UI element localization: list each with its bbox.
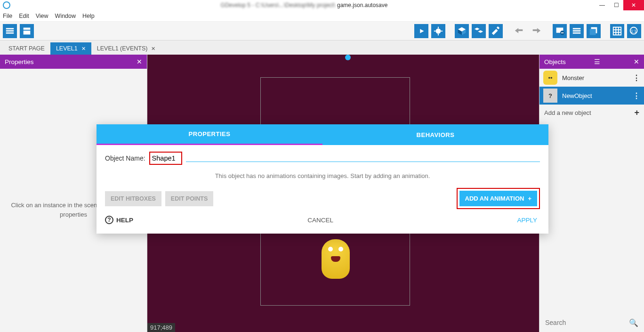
panel-toggle-2-icon[interactable] xyxy=(20,24,34,38)
redo-icon[interactable] xyxy=(529,24,543,38)
menu-window[interactable]: Window xyxy=(55,13,76,19)
menu-view[interactable]: View xyxy=(36,13,48,19)
edit-points-button[interactable]: EDIT POINTS xyxy=(165,191,213,206)
cancel-button[interactable]: CANCEL xyxy=(307,217,333,224)
plus-icon: + xyxy=(528,195,531,202)
plus-icon[interactable]: + xyxy=(634,108,639,118)
tab-label: LEVEL1 xyxy=(56,45,78,52)
tab-level1-events[interactable]: LEVEL1 (EVENTS)✕ xyxy=(91,42,161,55)
cubes-icon[interactable] xyxy=(472,24,486,38)
coords-readout: 917;489 xyxy=(147,323,175,332)
svg-rect-0 xyxy=(6,28,14,29)
window-title-tail: game.json.autosave xyxy=(337,2,387,8)
object-thumb-icon: ? xyxy=(543,89,557,103)
svg-rect-1 xyxy=(6,30,14,32)
layers-icon[interactable] xyxy=(553,24,567,38)
object-name-label: Object Name: xyxy=(105,154,145,162)
input-underline xyxy=(186,162,540,162)
edit-hitboxes-button[interactable]: EDIT HITBOXES xyxy=(105,191,161,206)
panel-title: Objects xyxy=(544,58,566,65)
undo-icon[interactable] xyxy=(512,24,526,38)
edit-icon[interactable] xyxy=(489,24,503,38)
object-item-monster[interactable]: •• Monster ⋮ xyxy=(539,69,644,87)
minimize-button[interactable]: — xyxy=(595,0,609,10)
maximize-button[interactable]: ☐ xyxy=(609,0,623,10)
zoom-reset-icon[interactable]: 1:1 xyxy=(627,24,641,38)
no-animation-hint: This object has no animations containing… xyxy=(105,172,540,179)
close-icon[interactable]: ✕ xyxy=(151,46,155,52)
svg-rect-21 xyxy=(573,30,581,32)
window-titlebar: GDevelop 5 - C:\Users\...\Desktop\My pro… xyxy=(0,0,644,10)
tab-level1[interactable]: LEVEL1✕ xyxy=(50,42,91,55)
svg-marker-16 xyxy=(478,30,483,32)
grid-icon[interactable] xyxy=(610,24,624,38)
scene-handle-icon[interactable] xyxy=(345,55,351,60)
button-label: EDIT HITBOXES xyxy=(111,195,156,202)
objects-panel-header: Objects ☰ ✕ xyxy=(539,55,644,69)
properties-panel-header: Properties ✕ xyxy=(0,55,147,69)
object-name-highlight xyxy=(149,152,182,165)
object-item-newobject[interactable]: ? NewObject ⋮ xyxy=(539,87,644,105)
objects-search: 🔍 xyxy=(539,313,644,332)
tab-label: BEHAVIORS xyxy=(417,131,455,138)
objects-panel: Objects ☰ ✕ •• Monster ⋮ ? NewObject ⋮ A… xyxy=(539,55,644,332)
play-icon[interactable] xyxy=(414,24,428,38)
list-icon[interactable] xyxy=(570,24,584,38)
window-title: GDevelop 5 - C:\Users\...\Desktop\My pro… xyxy=(221,2,335,8)
tab-label: PROPERTIES xyxy=(189,130,231,138)
help-label: HELP xyxy=(116,217,133,224)
object-editor-dialog: PROPERTIES BEHAVIORS Object Name: This o… xyxy=(97,124,548,234)
search-icon[interactable]: 🔍 xyxy=(629,318,638,327)
help-button[interactable]: ? HELP xyxy=(105,216,133,224)
kebab-icon[interactable]: ⋮ xyxy=(633,91,640,100)
menu-help[interactable]: Help xyxy=(82,13,95,19)
object-label: NewObject xyxy=(562,92,592,99)
svg-rect-24 xyxy=(590,29,596,35)
close-window-button[interactable]: ✕ xyxy=(623,0,644,10)
svg-rect-3 xyxy=(24,27,31,30)
search-input[interactable] xyxy=(545,319,629,326)
close-icon[interactable]: ✕ xyxy=(81,46,86,52)
svg-rect-2 xyxy=(6,32,14,33)
menubar: File Edit View Window Help xyxy=(0,10,644,22)
toolbar: 1:1 xyxy=(0,22,644,40)
apply-button[interactable]: APPLY xyxy=(517,217,537,224)
document-tabs: START PAGE LEVEL1✕ LEVEL1 (EVENTS)✕ xyxy=(0,40,644,55)
svg-marker-15 xyxy=(475,27,480,30)
debug-icon[interactable] xyxy=(431,24,445,38)
app-icon xyxy=(3,1,10,9)
add-animation-button[interactable]: ADD AN ANIMATION + xyxy=(459,191,538,206)
svg-rect-4 xyxy=(24,31,31,34)
button-label: ADD AN ANIMATION xyxy=(465,195,524,202)
button-label: EDIT POINTS xyxy=(171,195,208,202)
panel-toggle-1-icon[interactable] xyxy=(3,24,17,38)
svg-rect-19 xyxy=(561,32,564,33)
tab-behaviors[interactable]: BEHAVIORS xyxy=(322,124,548,145)
svg-point-7 xyxy=(436,28,441,33)
filter-icon[interactable]: ☰ xyxy=(594,58,600,65)
object-label: Monster xyxy=(562,74,584,81)
add-object-row[interactable]: Add a new object + xyxy=(539,105,644,121)
windows-icon[interactable] xyxy=(587,24,601,38)
tab-label: START PAGE xyxy=(8,45,45,52)
add-object-label: Add a new object xyxy=(544,109,591,116)
svg-text:1:1: 1:1 xyxy=(631,29,636,33)
svg-rect-22 xyxy=(573,32,581,33)
object-thumb-icon: •• xyxy=(543,71,557,85)
close-icon[interactable]: ✕ xyxy=(137,58,142,65)
menu-edit[interactable]: Edit xyxy=(19,13,29,19)
object-name-input[interactable] xyxy=(151,153,180,164)
help-icon: ? xyxy=(105,216,113,224)
menu-file[interactable]: File xyxy=(3,13,12,19)
cube-icon[interactable] xyxy=(455,24,469,38)
tab-label: LEVEL1 (EVENTS) xyxy=(97,45,148,52)
svg-rect-20 xyxy=(573,28,581,29)
kebab-icon[interactable]: ⋮ xyxy=(633,73,640,82)
add-animation-highlight: ADD AN ANIMATION + xyxy=(457,188,540,209)
tab-start-page[interactable]: START PAGE xyxy=(3,42,50,55)
sprite-monster[interactable] xyxy=(322,239,350,279)
tab-properties[interactable]: PROPERTIES xyxy=(97,124,322,145)
close-icon[interactable]: ✕ xyxy=(634,58,639,65)
panel-title: Properties xyxy=(5,58,34,65)
